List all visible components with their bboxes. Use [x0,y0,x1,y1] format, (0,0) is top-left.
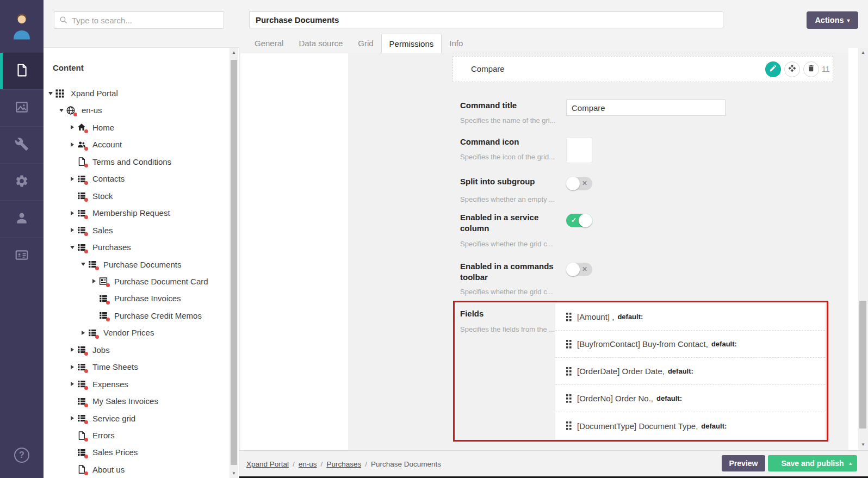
list-icon [98,311,108,320]
drag-handle-icon[interactable] [566,421,572,430]
command-icon-picker[interactable] [566,137,592,163]
section-count: 11 [822,57,830,82]
caret-right-icon[interactable] [90,278,97,284]
tab-data-source[interactable]: Data source [291,34,350,53]
sidebar-item-wrench[interactable] [0,126,44,163]
toggle-knob [566,177,580,190]
search-panel [44,0,239,48]
save-and-publish-button[interactable]: Save and publish ▴ [768,455,857,471]
split-subgroup-toggle[interactable]: ✕ [566,177,592,190]
list-icon [77,345,86,355]
caret-down-icon[interactable] [69,244,76,251]
tab-general[interactable]: General [247,34,291,53]
caret-right-icon[interactable] [69,176,76,182]
tree-item[interactable]: Account [44,136,231,153]
service-column-toggle[interactable]: ✓ [566,214,592,227]
tree-item[interactable]: Purchases [44,239,231,256]
tree-scrollbar-thumb[interactable] [231,60,237,465]
scroll-up-icon[interactable]: ▲ [858,50,868,55]
sidebar-item-page[interactable] [0,52,44,89]
edit-button[interactable] [765,61,781,77]
tree-item[interactable]: Home [44,119,231,136]
actions-button[interactable]: Actions ▾ [807,11,858,29]
delete-button[interactable] [803,61,819,77]
sidebar-item-user[interactable] [0,200,44,237]
card-icon [98,276,108,286]
tree-item[interactable]: en-us [44,102,231,119]
preview-button[interactable]: Preview [722,455,765,471]
main-scrollbar-thumb[interactable] [859,301,866,429]
content-right-edge [848,48,858,450]
caret-down-icon[interactable] [47,90,54,97]
caret-right-icon[interactable] [69,141,76,148]
tree-scrollbar[interactable]: ▲ ▼ [230,48,238,478]
unpublished-badge [84,215,88,219]
caret-right-icon[interactable] [69,227,76,233]
tree-item[interactable]: Jobs [44,342,231,358]
caret-right-icon[interactable] [79,330,86,336]
field-row[interactable]: [DocumentType] Document Type,default: [555,412,825,439]
users-icon [77,140,86,150]
move-icon [788,64,796,75]
tree-item[interactable]: Time Sheets [44,358,231,375]
caret-right-icon[interactable] [69,346,76,353]
tree-item[interactable]: Contacts [44,170,231,187]
help-button[interactable]: ? [14,448,29,463]
tree-item[interactable]: Vendor Prices [44,324,231,341]
command-title-input[interactable] [566,100,726,116]
user-avatar[interactable] [0,0,44,52]
tree-item[interactable]: Terms and Conditions [44,153,231,170]
tree-item[interactable]: Purchase Invoices [44,290,231,307]
caret-right-icon[interactable] [69,124,76,131]
caret-right-icon[interactable] [69,381,76,387]
caret-down-icon[interactable] [79,261,86,268]
tree-item[interactable]: Stock [44,188,231,204]
sidebar-item-idcard[interactable] [0,237,44,274]
tab-grid[interactable]: Grid [350,34,381,53]
caret-right-icon[interactable] [69,415,76,421]
field-text: [OrderNo] Order No., [577,394,653,403]
caret-down-icon[interactable] [58,107,65,114]
drag-handle-icon[interactable] [566,394,572,403]
tree-item[interactable]: Purchase Documents [44,256,231,273]
sidebar-item-image[interactable] [0,89,44,126]
caret-spacer [69,193,76,199]
commands-toolbar-toggle[interactable]: ✕ [566,263,592,276]
tree-item[interactable]: Errors [44,427,231,444]
tree-item[interactable]: Purchase Credit Memos [44,307,231,324]
tree-item[interactable]: My Sales Invoices [44,393,231,409]
tree-item[interactable]: Membership Request [44,204,231,221]
scroll-down-icon[interactable]: ▼ [230,471,238,476]
search-input[interactable] [54,11,224,29]
breadcrumb-item[interactable]: Xpand Portal [246,460,289,468]
tree-item[interactable]: Sales Prices [44,444,231,461]
drag-handle-icon[interactable] [566,340,572,349]
field-row[interactable]: [Amount] ,default: [555,303,825,331]
main-scrollbar[interactable]: ▲ ▼ [858,48,868,450]
tab-permissions[interactable]: Permissions [381,34,442,53]
drag-handle-icon[interactable] [566,313,572,321]
caret-right-icon[interactable] [69,364,76,370]
tree-item[interactable]: Service grid [44,410,231,427]
caret-right-icon[interactable] [69,210,76,216]
drag-handle-icon[interactable] [566,367,572,376]
tab-info[interactable]: Info [442,34,470,53]
scroll-up-icon[interactable]: ▲ [230,50,238,55]
document-title-input[interactable] [249,11,723,28]
tree-item-label: Xpand Portal [71,89,118,98]
field-help-command-icon: Specifies the icon of the grid... [460,153,563,161]
scroll-down-icon[interactable]: ▼ [858,442,868,447]
tree-item[interactable]: Xpand Portal [44,85,231,102]
breadcrumb-item[interactable]: en-us [299,460,317,468]
breadcrumb-item[interactable]: Purchases [326,460,361,468]
tree-item[interactable]: Expenses [44,376,231,393]
tree-item[interactable]: About us [44,461,231,478]
field-row[interactable]: [OrderNo] Order No.,default: [555,385,825,412]
sidebar-item-gear[interactable] [0,163,44,200]
move-button[interactable] [784,61,800,77]
tree-item[interactable]: Purchase Document Card [44,273,231,290]
caret-spacer [69,432,76,439]
field-row[interactable]: [BuyfromContact] Buy-from Contact,defaul… [555,331,825,358]
field-row[interactable]: [OrderDate] Order Date,default: [555,358,825,385]
tree-item[interactable]: Sales [44,222,231,239]
